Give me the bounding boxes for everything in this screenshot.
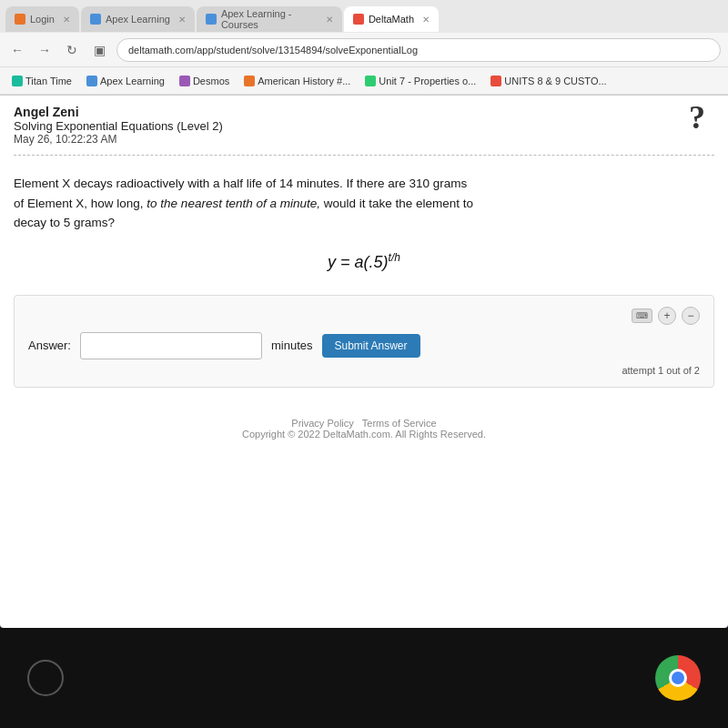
- answer-tools: ⌨ + −: [28, 307, 700, 325]
- problem-text-part2: of Element X, how long,: [14, 197, 147, 210]
- bookmarks-bar: Titan Time Apex Learning Desmos American…: [0, 67, 728, 95]
- formula-text: y = a(.5)t/h: [328, 253, 400, 271]
- tab-apex-label: Apex Learning: [106, 14, 170, 25]
- bookmark-unit7[interactable]: Unit 7 - Properties o...: [360, 74, 480, 88]
- chrome-icon[interactable]: [655, 655, 701, 701]
- bookmark-apex-icon: [86, 76, 97, 86]
- problem-text: Element X decays radioactively with a ha…: [14, 174, 714, 233]
- tab-apex-courses-label: Apex Learning - Courses: [221, 8, 318, 30]
- minus-button[interactable]: −: [682, 307, 700, 325]
- assignment-title: Solving Exponential Equations (Level 2): [14, 119, 714, 133]
- tab-login-close[interactable]: ✕: [63, 15, 70, 25]
- bookmark-apex-label: Apex Learning: [100, 76, 165, 86]
- attempt-text: attempt 1 out of 2: [28, 365, 700, 376]
- answer-section: ⌨ + − Answer: minutes Submit Answer atte…: [14, 295, 714, 388]
- bookmark-units89-icon: [490, 76, 501, 86]
- assignment-date: May 26, 10:22:23 AM: [14, 133, 714, 146]
- section-divider: [14, 155, 714, 156]
- bookmark-american-history-icon: [244, 76, 255, 86]
- problem-section: Element X decays radioactively with a ha…: [14, 165, 714, 404]
- bookmark-desmos-label: Desmos: [193, 76, 229, 86]
- unit-label: minutes: [271, 339, 313, 352]
- taskbar: [0, 628, 728, 728]
- tab-bar: Login ✕ Apex Learning ✕ Apex Learning - …: [0, 0, 728, 33]
- copyright-text: Copyright © 2022 DeltaMath.com. All Righ…: [14, 429, 714, 440]
- user-name: Angel Zeni: [14, 105, 714, 119]
- help-icon[interactable]: ?: [689, 98, 705, 136]
- problem-text-part4: decay to 5 grams?: [14, 216, 115, 229]
- page-content: Angel Zeni Solving Exponential Equations…: [0, 96, 728, 453]
- formula: y = a(.5)t/h: [328, 251, 400, 272]
- bookmark-desmos[interactable]: Desmos: [175, 74, 234, 88]
- bookmark-american-history-label: American History #...: [258, 76, 350, 86]
- back-button[interactable]: ←: [7, 40, 27, 60]
- keyboard-icon[interactable]: ⌨: [632, 308, 652, 323]
- bookmark-titan-time[interactable]: Titan Time: [7, 74, 76, 88]
- tab-apex-courses-icon: [206, 14, 217, 25]
- problem-text-italic: to the nearest tenth of a minute,: [147, 197, 320, 210]
- user-info: Angel Zeni Solving Exponential Equations…: [14, 105, 714, 146]
- bookmark-american-history[interactable]: American History #...: [239, 74, 355, 88]
- bookmark-units89[interactable]: UNITS 8 & 9 CUSTO...: [486, 74, 611, 88]
- submit-button[interactable]: Submit Answer: [322, 334, 420, 358]
- answer-input[interactable]: [80, 332, 262, 359]
- tab-apex-close[interactable]: ✕: [178, 15, 186, 25]
- problem-text-part1: Element X decays radioactively with a ha…: [14, 177, 467, 190]
- tab-apex-courses-close[interactable]: ✕: [326, 15, 333, 25]
- bookmark-titan-time-icon: [12, 76, 23, 86]
- taskbar-circle[interactable]: [27, 660, 64, 696]
- tab-login-label: Login: [30, 14, 55, 25]
- bookmark-titan-time-label: Titan Time: [25, 76, 72, 86]
- tab-deltamath-icon: [353, 14, 364, 25]
- plus-button[interactable]: +: [658, 307, 676, 325]
- chrome-inner: [669, 669, 687, 687]
- bookmark-unit7-icon: [365, 76, 376, 86]
- tab-deltamath-label: DeltaMath: [369, 14, 414, 25]
- forward-button[interactable]: →: [35, 40, 55, 60]
- tab-login[interactable]: Login ✕: [5, 6, 79, 32]
- formula-container: y = a(.5)t/h: [14, 251, 714, 272]
- terms-link[interactable]: Terms of Service: [362, 418, 437, 429]
- address-bar-row: ← → ↻ ▣: [0, 33, 728, 67]
- home-button[interactable]: ▣: [89, 40, 109, 60]
- refresh-button[interactable]: ↻: [62, 40, 82, 60]
- bookmark-unit7-label: Unit 7 - Properties o...: [379, 76, 476, 86]
- tab-apex[interactable]: Apex Learning ✕: [81, 6, 195, 32]
- privacy-link[interactable]: Privacy Policy: [291, 418, 353, 429]
- address-input[interactable]: [116, 38, 721, 62]
- answer-row: Answer: minutes Submit Answer: [28, 332, 700, 359]
- answer-label: Answer:: [28, 339, 71, 352]
- problem-text-part3: would it take the element to: [320, 197, 473, 210]
- tab-apex-courses[interactable]: Apex Learning - Courses ✕: [197, 6, 342, 32]
- tab-login-icon: [15, 14, 25, 25]
- page-footer: Privacy Policy Terms of Service Copyrigh…: [14, 404, 714, 444]
- bookmark-units89-label: UNITS 8 & 9 CUSTO...: [504, 76, 606, 86]
- tab-apex-icon: [90, 14, 101, 25]
- bookmark-apex[interactable]: Apex Learning: [82, 74, 169, 88]
- bookmark-desmos-icon: [179, 76, 190, 86]
- tab-deltamath[interactable]: DeltaMath ✕: [344, 6, 439, 32]
- tab-deltamath-close[interactable]: ✕: [422, 15, 430, 25]
